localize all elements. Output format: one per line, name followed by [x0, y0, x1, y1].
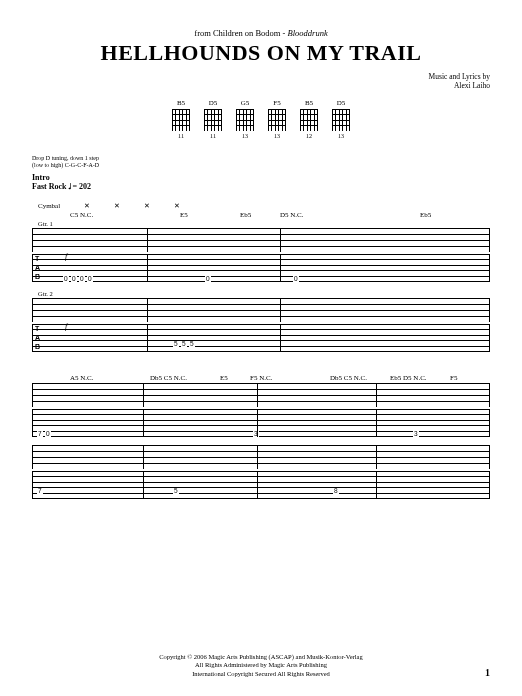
chord-symbol: A5 N.C.	[70, 374, 150, 383]
source-album: Blooddrunk	[288, 28, 328, 38]
copyright-footer: Copyright © 2006 Magic Arts Publishing (…	[0, 653, 522, 678]
guitar-2-label: Gtr. 2	[32, 290, 490, 297]
copyright-line-3: International Copyright Secured All Righ…	[0, 670, 522, 678]
tempo-marking: Fast Rock ♩= 202	[32, 182, 91, 191]
cymbal-label: Cymbal	[38, 202, 60, 210]
chord-name: D5	[209, 99, 218, 107]
chord-diagram: D5 13	[332, 99, 350, 139]
tablature-staff: T A B 5 5 5	[32, 324, 490, 352]
chord-symbol: F5	[450, 374, 457, 383]
chord-symbol: Eb5	[240, 211, 280, 220]
chord-symbols-line: A5 N.C. Db5 C5 N.C. E5 F5 N.C. Db5 C5 N.…	[32, 374, 490, 383]
chord-fret: 13	[338, 133, 344, 139]
credits-line-1: Music and Lyrics by	[32, 72, 490, 81]
chord-name: B5	[305, 99, 313, 107]
chord-symbol: D5 N.C.	[280, 211, 420, 220]
chord-diagram: D5 11	[204, 99, 222, 139]
chord-symbol: E5	[180, 211, 240, 220]
chord-fret: 13	[274, 133, 280, 139]
chord-symbol: F5 N.C.	[250, 374, 330, 383]
section-label: Intro	[32, 173, 50, 182]
notation-system-1: Cymbal ✕ ✕ ✕ ✕ C5 N.C. E5 Eb5 D5 N.C. Eb…	[32, 201, 490, 352]
chord-symbol: Db5 C5 N.C.	[150, 374, 220, 383]
x-notehead-icon: ✕	[174, 202, 180, 210]
chord-diagram-row: B5 11 D5 11 G5 13 F5 13 B5 12 D5 13	[32, 99, 490, 139]
tuning-line-2: (low to high) C-G-C-F-A-D	[32, 162, 490, 169]
tab-numbers: 7 0 3 3	[33, 409, 490, 437]
chord-grid-icon	[172, 109, 190, 131]
tuning-note: Drop D tuning, down 1 step (low to high)…	[32, 155, 490, 169]
chord-name: G5	[241, 99, 250, 107]
chord-symbol: C5 N.C.	[70, 211, 180, 220]
chord-symbols-line: C5 N.C. E5 Eb5 D5 N.C. Eb5	[32, 211, 490, 220]
chord-grid-icon	[268, 109, 286, 131]
chord-diagram: G5 13	[236, 99, 254, 139]
tablature-staff: T A B 0 0 0 0 0 0	[32, 254, 490, 282]
standard-notation-staff	[32, 445, 490, 469]
source-line: from Children on Bodom - Blooddrunk	[32, 28, 490, 38]
chord-symbol: E5	[220, 374, 250, 383]
x-notehead-icon: ✕	[114, 202, 120, 210]
tab-numbers: 7 5 8	[33, 471, 490, 499]
copyright-line-1: Copyright © 2006 Magic Arts Publishing (…	[0, 653, 522, 661]
chord-symbol: Eb5	[420, 211, 431, 220]
chord-diagram: B5 11	[172, 99, 190, 139]
tab-numbers: 5 5 5	[33, 324, 490, 352]
chord-grid-icon	[204, 109, 222, 131]
tablature-staff: 7 0 3 3	[32, 409, 490, 437]
section-heading: Intro Fast Rock ♩= 202	[32, 173, 490, 191]
chord-fret: 11	[210, 133, 216, 139]
tuning-line-1: Drop D tuning, down 1 step	[32, 155, 490, 162]
credits-block: Music and Lyrics by Alexi Laiho	[32, 72, 490, 91]
chord-grid-icon	[332, 109, 350, 131]
chord-diagram: F5 13	[268, 99, 286, 139]
standard-notation-staff	[32, 383, 490, 407]
sheet-music-page: from Children on Bodom - Blooddrunk HELL…	[0, 0, 522, 696]
cymbal-cue: Cymbal ✕ ✕ ✕ ✕	[32, 201, 490, 211]
x-notehead-icon: ✕	[144, 202, 150, 210]
page-number: 1	[485, 667, 490, 678]
chord-diagram: B5 12	[300, 99, 318, 139]
standard-notation-staff: f	[32, 228, 490, 252]
chord-symbol: Db5 C5 N.C.	[330, 374, 390, 383]
tab-numbers: 0 0 0 0 0 0	[33, 254, 490, 282]
chord-symbol: Eb5 D5 N.C.	[390, 374, 450, 383]
copyright-line-2: All Rights Administered by Magic Arts Pu…	[0, 661, 522, 669]
x-notehead-icon: ✕	[84, 202, 90, 210]
standard-notation-staff: f	[32, 298, 490, 322]
chord-fret: 11	[178, 133, 184, 139]
notation-system-2: A5 N.C. Db5 C5 N.C. E5 F5 N.C. Db5 C5 N.…	[32, 374, 490, 499]
chord-name: F5	[273, 99, 280, 107]
credits-line-2: Alexi Laiho	[32, 81, 490, 90]
chord-fret: 13	[242, 133, 248, 139]
chord-fret: 12	[306, 133, 312, 139]
chord-grid-icon	[300, 109, 318, 131]
tablature-staff: 7 5 8	[32, 471, 490, 499]
guitar-1-label: Gtr. 1	[32, 220, 490, 227]
chord-grid-icon	[236, 109, 254, 131]
source-prefix: from Children on Bodom -	[194, 28, 287, 38]
song-title: HELLHOUNDS ON MY TRAIL	[32, 40, 490, 66]
chord-name: B5	[177, 99, 185, 107]
chord-name: D5	[337, 99, 346, 107]
